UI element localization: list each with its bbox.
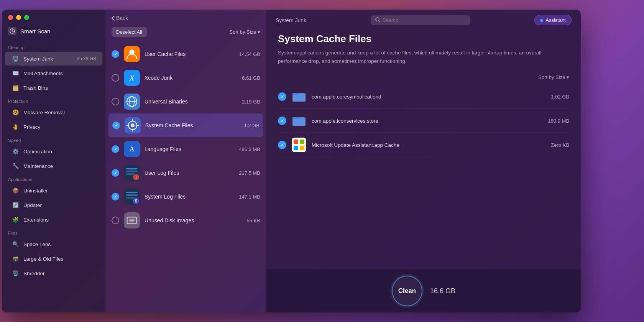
user-cache-icon (124, 46, 140, 62)
iconservices-name: com.apple.iconservices.store (312, 118, 542, 124)
uninstaller-label: Uninstaller (23, 188, 96, 194)
language-files-icon: A (124, 141, 140, 157)
list-item[interactable]: S System Log Files 147.1 MB (105, 185, 266, 209)
svg-rect-26 (126, 194, 138, 196)
section-label-speed: Speed (2, 134, 105, 144)
ms-icon (292, 138, 306, 152)
clean-button[interactable]: Clean (392, 276, 422, 306)
sidebar-item-system-junk[interactable]: 🗑️ System Junk 25.39 GB (5, 52, 102, 66)
item-checkbox-universal[interactable] (112, 98, 119, 105)
svg-rect-19 (126, 168, 138, 169)
smart-scan-icon (8, 27, 16, 35)
extensions-icon: 🧩 (11, 215, 20, 224)
svg-rect-20 (126, 171, 138, 172)
list-item[interactable]: Unused Disk Images 55 KB (105, 209, 266, 232)
trash-bins-label: Trash Bins (23, 85, 96, 91)
assistant-button[interactable]: Assistant (534, 15, 572, 25)
item-checkbox-language[interactable] (112, 145, 119, 153)
middle-toolbar: Deselect All Sort by Size ▾ (105, 25, 266, 41)
titlebar (2, 10, 105, 24)
maintenance-label: Maintenance (23, 163, 96, 169)
item-checkbox-xcode[interactable] (112, 74, 119, 82)
detail-checkbox-iconservices[interactable] (278, 117, 286, 125)
svg-rect-21 (126, 173, 135, 175)
right-panel: System Junk Assistant System Cache Files… (266, 10, 581, 312)
detail-description: System applications generate and keep a … (278, 49, 569, 65)
sidebar-item-updater[interactable]: 🔄 Updater (5, 198, 102, 212)
sidebar-item-malware-removal[interactable]: ☣️ Malware Removal (5, 105, 102, 119)
breadcrumb: System Junk (276, 17, 306, 23)
system-junk-badge: 25.39 GB (77, 56, 96, 61)
back-button[interactable]: Back (112, 15, 128, 21)
section-label-applications: Applications (2, 173, 105, 183)
sidebar-item-privacy[interactable]: 🤚 Privacy (5, 120, 102, 134)
sidebar-item-smart-scan[interactable]: Smart Scan (2, 24, 105, 41)
deselect-all-button[interactable]: Deselect All (112, 27, 147, 37)
svg-rect-44 (300, 146, 304, 150)
uninstaller-icon: 📦 (11, 186, 20, 195)
detail-item[interactable]: com.apple.coresymbolicationd 1.02 GB (278, 85, 569, 109)
maximize-button[interactable] (24, 15, 29, 20)
search-input[interactable] (383, 17, 466, 23)
list-item[interactable]: User Cache Files 14.54 GB (105, 42, 266, 66)
sidebar-item-optimization[interactable]: ⚙️ Optimization (5, 145, 102, 158)
close-button[interactable] (8, 15, 13, 20)
svg-text:S: S (135, 199, 138, 203)
svg-rect-42 (300, 140, 304, 144)
sort-by-control[interactable]: Sort by Size ▾ (229, 29, 260, 35)
detail-checkbox-coresymbol[interactable] (278, 92, 286, 101)
privacy-label: Privacy (23, 124, 96, 130)
list-item[interactable]: 𝑋 Xcode Junk 6.61 GB (105, 66, 266, 90)
shredder-label: Shredder (23, 271, 96, 276)
system-log-icon: S (124, 189, 140, 205)
svg-rect-35 (292, 94, 306, 102)
list-item[interactable]: System Cache Files 1.2 GB (108, 113, 263, 137)
svg-rect-36 (292, 93, 298, 95)
optimization-icon: ⚙️ (11, 147, 20, 156)
language-files-size: 496.3 MB (239, 146, 260, 152)
section-label-cleanup: Cleanup (2, 41, 105, 51)
sidebar-item-mail-attachments[interactable]: ✉️ Mail Attachments (5, 66, 102, 80)
malware-icon: ☣️ (11, 108, 20, 117)
maintenance-icon: 🔧 (11, 162, 20, 170)
list-item[interactable]: Universal Binaries 2.19 GB (105, 90, 266, 113)
svg-rect-32 (129, 219, 134, 222)
item-checkbox-unused-disk[interactable] (112, 217, 119, 224)
shredder-icon: 🗑️ (11, 269, 20, 278)
malware-removal-label: Malware Removal (23, 110, 96, 115)
optimization-label: Optimization (23, 149, 96, 154)
folder-blue-icon-2 (292, 113, 306, 128)
detail-item[interactable]: com.apple.iconservices.store 180.9 MB (278, 109, 569, 133)
user-cache-size: 14.54 GB (239, 51, 260, 57)
unused-disk-name: Unused Disk Images (145, 217, 242, 223)
search-bar[interactable] (371, 15, 470, 25)
svg-rect-38 (292, 118, 306, 126)
detail-item[interactable]: Microsoft Update Assistant.app Cache Zer… (278, 133, 569, 157)
sidebar-item-uninstaller[interactable]: 📦 Uninstaller (5, 184, 102, 197)
detail-checkbox-msupdate[interactable] (278, 141, 286, 149)
sidebar-item-extensions[interactable]: 🧩 Extensions (5, 213, 102, 227)
list-item[interactable]: A Language Files 496.3 MB (105, 137, 266, 161)
detail-sort-control[interactable]: Sort by Size ▾ (538, 74, 569, 80)
user-log-icon: ! (124, 165, 140, 181)
item-checkbox-user-cache[interactable] (112, 50, 119, 58)
sidebar-item-shredder[interactable]: 🗑️ Shredder (5, 266, 102, 280)
msupdate-size: Zero KB (551, 142, 569, 148)
right-header: System Junk Assistant (266, 10, 581, 29)
system-cache-size: 1.2 GB (244, 123, 260, 128)
unused-disk-icon (124, 212, 140, 228)
list-item[interactable]: ! User Log Files 217.5 MB (105, 161, 266, 185)
sidebar-item-space-lens[interactable]: 🔍 Space Lens (5, 237, 102, 251)
xcode-icon: 𝑋 (124, 70, 140, 86)
item-checkbox-system-log[interactable] (112, 193, 119, 200)
minimize-button[interactable] (16, 15, 21, 20)
system-log-size: 147.1 MB (239, 194, 260, 200)
trash-bins-icon: 🗂️ (11, 84, 20, 92)
user-log-size: 217.5 MB (239, 170, 260, 176)
sidebar-item-trash-bins[interactable]: 🗂️ Trash Bins (5, 81, 102, 95)
svg-rect-27 (126, 197, 135, 199)
sidebar-item-large-old-files[interactable]: 🗃️ Large & Old Files (5, 252, 102, 266)
item-checkbox-system-cache[interactable] (112, 122, 120, 129)
sidebar-item-maintenance[interactable]: 🔧 Maintenance (5, 159, 102, 173)
item-checkbox-user-log[interactable] (112, 169, 119, 177)
